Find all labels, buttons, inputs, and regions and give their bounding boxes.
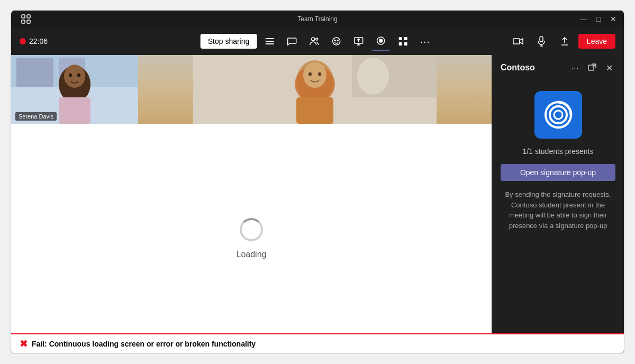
error-icon: ✖ bbox=[20, 338, 28, 350]
svg-rect-19 bbox=[513, 39, 520, 44]
maximize-button[interactable]: □ bbox=[594, 15, 603, 23]
students-count: 1/1 students presents bbox=[523, 147, 594, 156]
loading-spinner bbox=[240, 218, 263, 241]
error-text: Fail: Continuous loading screen or error… bbox=[32, 340, 256, 348]
record-icon[interactable] bbox=[371, 32, 390, 51]
svg-rect-6 bbox=[265, 43, 274, 44]
svg-point-32 bbox=[357, 58, 389, 95]
svg-rect-17 bbox=[398, 42, 402, 46]
recording-time: 22:06 bbox=[29, 37, 48, 46]
panel-header: Contoso ··· ✕ bbox=[492, 55, 624, 80]
svg-rect-15 bbox=[398, 37, 402, 40]
toolbar-right-section: Leave bbox=[509, 32, 615, 51]
meeting-toolbar: 22:06 Stop sharing bbox=[11, 28, 624, 55]
window-title: Team Training bbox=[297, 15, 337, 23]
stop-sharing-button[interactable]: Stop sharing bbox=[201, 34, 257, 49]
svg-point-29 bbox=[77, 74, 80, 77]
svg-point-42 bbox=[550, 106, 567, 123]
loading-area: Loading bbox=[11, 124, 492, 353]
app-grid-icon[interactable] bbox=[17, 11, 34, 28]
close-button[interactable]: ✕ bbox=[609, 15, 618, 23]
svg-rect-0 bbox=[22, 15, 25, 18]
svg-rect-18 bbox=[404, 42, 407, 46]
minimize-button[interactable]: — bbox=[579, 15, 588, 23]
reactions-icon[interactable] bbox=[326, 32, 346, 51]
panel-header-icons: ··· ✕ bbox=[569, 61, 615, 74]
chat-icon[interactable] bbox=[282, 32, 301, 51]
mic-icon[interactable] bbox=[532, 32, 551, 51]
panel-title: Contoso bbox=[501, 63, 535, 72]
panel-body: 1/1 students presents Open signature pop… bbox=[492, 80, 624, 353]
open-signature-popup-button[interactable]: Open signature pop-up bbox=[501, 164, 615, 181]
panel-more-options-icon[interactable]: ··· bbox=[569, 61, 582, 74]
more-options-icon[interactable]: ··· bbox=[415, 32, 434, 51]
participant-video-2 bbox=[138, 55, 492, 124]
window-controls: — □ ✕ bbox=[579, 15, 618, 23]
svg-point-43 bbox=[554, 111, 563, 119]
svg-point-39 bbox=[318, 72, 321, 76]
error-banner: ✖ Fail: Continuous loading screen or err… bbox=[11, 333, 624, 353]
share-icon[interactable] bbox=[349, 32, 368, 51]
main-content: Serena Davis bbox=[11, 55, 624, 353]
upload-icon[interactable] bbox=[555, 32, 574, 51]
svg-point-36 bbox=[303, 62, 326, 88]
svg-point-26 bbox=[64, 65, 85, 88]
svg-point-38 bbox=[309, 72, 312, 76]
svg-rect-16 bbox=[404, 37, 407, 40]
svg-rect-37 bbox=[296, 97, 333, 124]
participant-name-serena: Serena Davis bbox=[15, 112, 57, 121]
recording-dot bbox=[20, 38, 26, 44]
svg-point-7 bbox=[311, 38, 314, 41]
side-panel: Contoso ··· ✕ bbox=[492, 55, 624, 353]
svg-point-14 bbox=[379, 39, 382, 42]
title-bar: Team Training — □ ✕ bbox=[11, 11, 624, 28]
contoso-logo bbox=[534, 91, 582, 139]
panel-close-icon[interactable]: ✕ bbox=[603, 61, 615, 74]
participants-icon[interactable] bbox=[304, 32, 323, 51]
svg-rect-27 bbox=[59, 97, 90, 124]
svg-rect-23 bbox=[16, 58, 53, 87]
toolbar-left-section: 22:06 bbox=[20, 37, 48, 46]
svg-rect-2 bbox=[22, 20, 25, 23]
leave-button[interactable]: Leave bbox=[578, 34, 615, 49]
teams-window: Team Training — □ ✕ 22:06 Stop sharing bbox=[11, 10, 624, 354]
participant-video-serena: Serena Davis bbox=[11, 55, 138, 124]
video-area: Serena Davis bbox=[11, 55, 492, 353]
svg-point-28 bbox=[69, 74, 72, 77]
person2-video-feed bbox=[138, 55, 492, 124]
svg-rect-4 bbox=[265, 38, 274, 39]
svg-rect-40 bbox=[588, 65, 594, 70]
toolbar-center-section: Stop sharing bbox=[201, 32, 435, 51]
svg-point-10 bbox=[334, 40, 335, 41]
svg-rect-3 bbox=[27, 20, 30, 23]
svg-rect-1 bbox=[27, 15, 30, 18]
panel-description: By sending the signature requests, Conto… bbox=[501, 189, 615, 231]
video-thumbnails: Serena Davis bbox=[11, 55, 492, 124]
menu-icon[interactable] bbox=[260, 32, 279, 51]
svg-point-11 bbox=[337, 40, 338, 41]
svg-rect-20 bbox=[540, 37, 543, 42]
panel-popout-icon[interactable] bbox=[586, 61, 598, 74]
loading-text: Loading bbox=[237, 250, 267, 259]
svg-point-9 bbox=[332, 38, 340, 45]
svg-rect-5 bbox=[265, 41, 274, 42]
recording-badge: 22:06 bbox=[20, 37, 48, 46]
svg-point-8 bbox=[315, 38, 318, 40]
apps-grid-icon[interactable] bbox=[393, 32, 412, 51]
camera-icon[interactable] bbox=[509, 32, 528, 51]
